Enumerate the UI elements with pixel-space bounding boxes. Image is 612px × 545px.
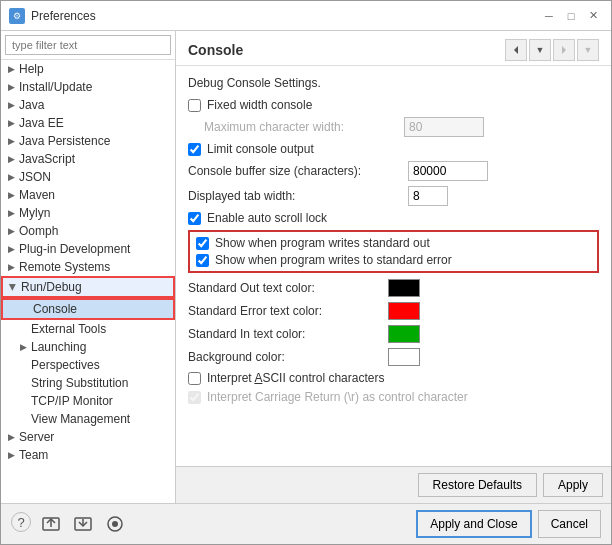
cancel-button[interactable]: Cancel xyxy=(538,510,601,538)
bg-color-swatch[interactable] xyxy=(388,348,420,366)
chevron-icon: ▶ xyxy=(5,225,17,237)
close-button[interactable]: ✕ xyxy=(583,6,603,26)
fixed-width-label: Fixed width console xyxy=(207,98,312,112)
maximize-button[interactable]: □ xyxy=(561,6,581,26)
interpret-ascii-checkbox[interactable] xyxy=(188,372,201,385)
title-bar: ⚙ Preferences ─ □ ✕ xyxy=(1,1,611,31)
sidebar-item-console[interactable]: ▶ Console xyxy=(1,298,175,320)
tab-width-label: Displayed tab width: xyxy=(188,189,408,203)
sidebar-item-string-substitution[interactable]: ▶ String Substitution xyxy=(1,374,175,392)
sidebar-item-install-update[interactable]: ▶ Install/Update xyxy=(1,78,175,96)
stdin-color-swatch[interactable] xyxy=(388,325,420,343)
interpret-cr-label: Interpret Carriage Return (\r) as contro… xyxy=(207,390,468,404)
limit-console-label: Limit console output xyxy=(207,142,314,156)
stderr-color-label: Standard Error text color: xyxy=(188,304,388,318)
preferences-window: ⚙ Preferences ─ □ ✕ ▶ Help ▶ xyxy=(0,0,612,545)
nav-forward-dropdown-button[interactable]: ▼ xyxy=(577,39,599,61)
section-title: Debug Console Settings. xyxy=(188,76,599,90)
sidebar-item-launching[interactable]: ▶ Launching xyxy=(1,338,175,356)
sidebar-item-help[interactable]: ▶ Help xyxy=(1,60,175,78)
sidebar-item-remote-systems[interactable]: ▶ Remote Systems xyxy=(1,258,175,276)
nav-dropdown-button[interactable]: ▼ xyxy=(529,39,551,61)
help-button[interactable]: ? xyxy=(11,512,31,532)
fixed-width-row: Fixed width console xyxy=(188,98,599,112)
show-stderr-label: Show when program writes to standard err… xyxy=(215,253,452,267)
sidebar-item-mylyn[interactable]: ▶ Mylyn xyxy=(1,204,175,222)
stdout-color-swatch[interactable] xyxy=(388,279,420,297)
highlight-box: Show when program writes standard out Sh… xyxy=(188,230,599,273)
nav-forward-button[interactable] xyxy=(553,39,575,61)
sidebar-tree: ▶ Help ▶ Install/Update ▶ Java ▶ Java EE xyxy=(1,60,175,503)
chevron-icon: ▶ xyxy=(5,117,17,129)
chevron-icon: ▶ xyxy=(17,341,29,353)
main-content: ▶ Help ▶ Install/Update ▶ Java ▶ Java EE xyxy=(1,31,611,503)
show-stderr-row: Show when program writes to standard err… xyxy=(196,253,591,267)
sidebar-item-tcpip-monitor[interactable]: ▶ TCP/IP Monitor xyxy=(1,392,175,410)
stdout-color-row: Standard Out text color: xyxy=(188,279,599,297)
limit-console-checkbox[interactable] xyxy=(188,143,201,156)
chevron-icon: ▶ xyxy=(5,431,17,443)
nav-back-button[interactable] xyxy=(505,39,527,61)
chevron-icon: ▶ xyxy=(5,449,17,461)
chevron-icon: ▶ xyxy=(5,135,17,147)
max-char-input xyxy=(404,117,484,137)
svg-marker-1 xyxy=(562,46,566,54)
sidebar-item-maven[interactable]: ▶ Maven xyxy=(1,186,175,204)
window-title: Preferences xyxy=(31,9,96,23)
chevron-icon: ▶ xyxy=(5,153,17,165)
sidebar-item-perspectives[interactable]: ▶ Perspectives xyxy=(1,356,175,374)
panel-header: Console ▼ ▼ xyxy=(176,31,611,66)
buffer-size-row: Console buffer size (characters): xyxy=(188,161,599,181)
fixed-width-checkbox[interactable] xyxy=(188,99,201,112)
sidebar-item-plugin-development[interactable]: ▶ Plug-in Development xyxy=(1,240,175,258)
sidebar: ▶ Help ▶ Install/Update ▶ Java ▶ Java EE xyxy=(1,31,176,503)
limit-console-row: Limit console output xyxy=(188,142,599,156)
buffer-size-label: Console buffer size (characters): xyxy=(188,164,408,178)
title-controls: ─ □ ✕ xyxy=(539,6,603,26)
stdout-color-label: Standard Out text color: xyxy=(188,281,388,295)
auto-scroll-checkbox[interactable] xyxy=(188,212,201,225)
chevron-icon: ▶ xyxy=(7,281,19,293)
interpret-cr-row: Interpret Carriage Return (\r) as contro… xyxy=(188,390,599,404)
show-stdout-label: Show when program writes standard out xyxy=(215,236,430,250)
panel-body: Debug Console Settings. Fixed width cons… xyxy=(176,66,611,466)
sidebar-item-run-debug[interactable]: ▶ Run/Debug xyxy=(1,276,175,298)
svg-point-7 xyxy=(112,521,118,527)
restore-defaults-button[interactable]: Restore Defaults xyxy=(418,473,537,497)
window-icon: ⚙ xyxy=(9,8,25,24)
show-stderr-checkbox[interactable] xyxy=(196,254,209,267)
stderr-color-swatch[interactable] xyxy=(388,302,420,320)
stdin-color-label: Standard In text color: xyxy=(188,327,388,341)
export-button[interactable] xyxy=(39,512,63,536)
sidebar-item-server[interactable]: ▶ Server xyxy=(1,428,175,446)
sidebar-item-oomph[interactable]: ▶ Oomph xyxy=(1,222,175,240)
max-char-label: Maximum character width: xyxy=(204,120,404,134)
sidebar-item-java[interactable]: ▶ Java xyxy=(1,96,175,114)
import-button[interactable] xyxy=(71,512,95,536)
chevron-icon: ▶ xyxy=(5,171,17,183)
chevron-icon: ▶ xyxy=(5,63,17,75)
sidebar-item-java-ee[interactable]: ▶ Java EE xyxy=(1,114,175,132)
chevron-icon: ▶ xyxy=(5,99,17,111)
sidebar-item-external-tools[interactable]: ▶ External Tools xyxy=(1,320,175,338)
minimize-button[interactable]: ─ xyxy=(539,6,559,26)
chevron-icon: ▶ xyxy=(5,261,17,273)
apply-button[interactable]: Apply xyxy=(543,473,603,497)
sidebar-item-java-persistence[interactable]: ▶ Java Persistence xyxy=(1,132,175,150)
stderr-color-row: Standard Error text color: xyxy=(188,302,599,320)
sidebar-item-view-management[interactable]: ▶ View Management xyxy=(1,410,175,428)
buffer-size-input[interactable] xyxy=(408,161,488,181)
title-bar-left: ⚙ Preferences xyxy=(9,8,96,24)
sidebar-item-team[interactable]: ▶ Team xyxy=(1,446,175,464)
sidebar-item-json[interactable]: ▶ JSON xyxy=(1,168,175,186)
apply-and-close-button[interactable]: Apply and Close xyxy=(416,510,531,538)
show-stdout-row: Show when program writes standard out xyxy=(196,236,591,250)
sidebar-item-javascript[interactable]: ▶ JavaScript xyxy=(1,150,175,168)
show-stdout-checkbox[interactable] xyxy=(196,237,209,250)
chevron-icon: ▶ xyxy=(5,81,17,93)
circle-button[interactable] xyxy=(103,512,127,536)
footer-icons: ? xyxy=(11,512,127,536)
search-input[interactable] xyxy=(5,35,171,55)
tab-width-input[interactable] xyxy=(408,186,448,206)
chevron-icon: ▶ xyxy=(5,243,17,255)
